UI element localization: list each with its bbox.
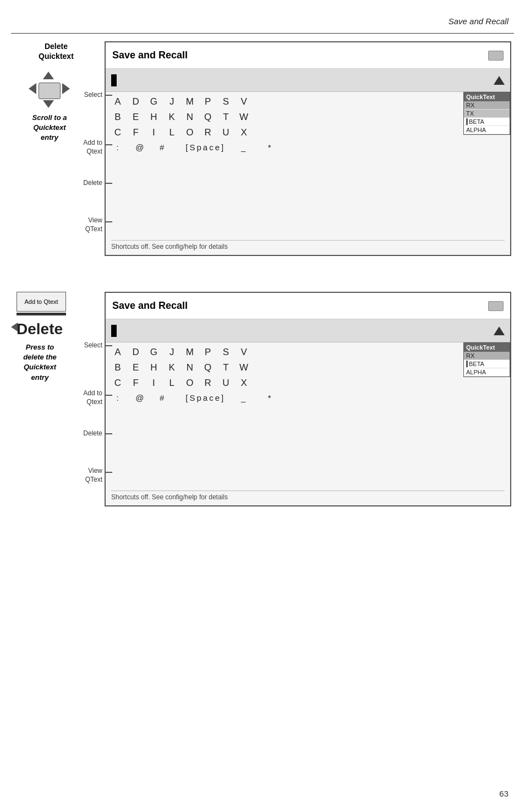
- kb2-key-Q[interactable]: Q: [201, 362, 216, 373]
- kb-key-J-1[interactable]: J: [165, 96, 179, 107]
- status-bar-2: Shortcuts off. See config/help for detai…: [111, 491, 505, 501]
- quicktext-dropdown-2: QuickText RX BETA ALPHA: [463, 342, 510, 377]
- kb-key-underscore-1[interactable]: _: [237, 143, 251, 152]
- quicktext2-item-alpha[interactable]: ALPHA: [464, 368, 510, 377]
- softkey-label-viewqtext-2: ViewQText: [57, 467, 102, 484]
- kb-key-C-1[interactable]: C: [111, 127, 125, 138]
- kb-key-colon-1[interactable]: :: [111, 143, 125, 152]
- softkey-label-delete-2: Delete: [57, 429, 102, 437]
- kb-key-V-1[interactable]: V: [237, 96, 251, 107]
- softkey-label-addqtext-1: Add toQtext: [57, 139, 102, 156]
- kb-key-R-1[interactable]: R: [201, 127, 216, 138]
- kb-key-O-1[interactable]: O: [183, 127, 198, 138]
- kb2-key-underscore[interactable]: _: [237, 393, 251, 402]
- header-title: Save and Recall: [449, 17, 508, 26]
- kb-key-hash-1[interactable]: #: [156, 143, 170, 152]
- delete-label-text: Delete: [17, 320, 63, 337]
- kb2-key-hash[interactable]: #: [156, 393, 170, 402]
- kb2-key-space[interactable]: [Space]: [185, 393, 225, 402]
- kb2-key-J[interactable]: J: [165, 347, 179, 358]
- softkey-label-viewqtext-1: ViewQText: [57, 216, 102, 233]
- kb-key-X-1[interactable]: X: [237, 127, 251, 138]
- kb2-key-O[interactable]: O: [183, 378, 198, 389]
- panel-scroll-indicator-1: [488, 51, 504, 61]
- kb-key-I-1[interactable]: I: [147, 127, 161, 138]
- add-qtext-underline: [17, 313, 66, 315]
- kb-key-T-1[interactable]: T: [219, 112, 233, 123]
- kb-key-A-1[interactable]: A: [111, 96, 125, 107]
- quicktext-item-beta-1[interactable]: BETA: [464, 118, 510, 126]
- dpad-up-arrow[interactable]: [43, 72, 54, 79]
- kb-key-Q-1[interactable]: Q: [201, 112, 216, 123]
- quicktext2-item-rx[interactable]: RX: [464, 352, 510, 360]
- kb-key-U-1[interactable]: U: [219, 127, 233, 138]
- kb-row-2-2: B E H K N Q T W: [111, 362, 505, 373]
- delete-large-label: Delete: [17, 320, 63, 338]
- kb2-key-at[interactable]: @: [133, 393, 147, 402]
- kb2-key-U[interactable]: U: [219, 378, 233, 389]
- kb-row-4-2: : @ # [Space] _ *: [111, 393, 505, 402]
- kb2-key-I[interactable]: I: [147, 378, 161, 389]
- kb2-key-C[interactable]: C: [111, 378, 125, 389]
- kb-key-N-1[interactable]: N: [183, 112, 198, 123]
- input-cursor-1: [111, 74, 117, 86]
- kb-key-space-1[interactable]: [Space]: [185, 143, 225, 152]
- kb-key-P-1[interactable]: P: [201, 96, 216, 107]
- kb-key-F-1[interactable]: F: [129, 127, 144, 138]
- add-qtext-label: Add to Qtext: [24, 298, 58, 306]
- kb2-key-B[interactable]: B: [111, 362, 125, 373]
- kb2-key-A[interactable]: A: [111, 347, 125, 358]
- kb-key-star-1[interactable]: *: [263, 143, 277, 152]
- kb2-key-D[interactable]: D: [129, 347, 144, 358]
- panel-title-bar-2: Save and Recall: [106, 293, 510, 319]
- kb-key-W-1[interactable]: W: [237, 112, 251, 123]
- status-text-1: Shortcuts off. See config/help for detai…: [111, 243, 228, 250]
- quicktext-item-alpha-1[interactable]: ALPHA: [464, 126, 510, 134]
- quicktext-item-rx-1[interactable]: RX: [464, 101, 510, 110]
- kb-row-1-2: A D G J M P S V: [111, 347, 505, 358]
- kb-key-H-1[interactable]: H: [147, 112, 161, 123]
- page-header: Save and Recall: [449, 17, 508, 26]
- add-qtext-box[interactable]: Add to Qtext: [17, 292, 66, 312]
- arrow-indicator: [11, 323, 18, 331]
- dpad-down-arrow[interactable]: [43, 100, 54, 108]
- kb2-key-M[interactable]: M: [183, 347, 198, 358]
- kb2-key-W[interactable]: W: [237, 362, 251, 373]
- kb2-key-H[interactable]: H: [147, 362, 161, 373]
- kb2-key-colon[interactable]: :: [111, 393, 125, 402]
- kb-key-E-1[interactable]: E: [129, 112, 144, 123]
- main-panel-2: Save and Recall Select Add toQtext Delet…: [105, 292, 511, 506]
- kb2-key-star[interactable]: *: [263, 393, 277, 402]
- softkey-line-viewqtext-1: [106, 221, 112, 222]
- quicktext-item-tx-1[interactable]: TX: [464, 110, 510, 118]
- quicktext-header-2: QuickText: [464, 343, 510, 352]
- kb-key-K-1[interactable]: K: [165, 112, 179, 123]
- top-rule: [11, 33, 514, 34]
- kb2-key-E[interactable]: E: [129, 362, 144, 373]
- kb2-key-F[interactable]: F: [129, 378, 144, 389]
- kb2-key-V[interactable]: V: [237, 347, 251, 358]
- kb2-key-G[interactable]: G: [147, 347, 161, 358]
- kb-row-1-1: A D G J M P S V: [111, 96, 505, 107]
- kb-key-S-1[interactable]: S: [219, 96, 233, 107]
- kb2-key-P[interactable]: P: [201, 347, 216, 358]
- kb-key-at-1[interactable]: @: [133, 143, 147, 152]
- kb2-key-R[interactable]: R: [201, 378, 216, 389]
- dpad-left-arrow[interactable]: [29, 83, 36, 94]
- kb-key-M-1[interactable]: M: [183, 96, 198, 107]
- input-row-2: [106, 319, 510, 342]
- kb2-key-K[interactable]: K: [165, 362, 179, 373]
- kb-key-B-1[interactable]: B: [111, 112, 125, 123]
- status-text-2: Shortcuts off. See config/help for detai…: [111, 493, 228, 501]
- kb-key-G-1[interactable]: G: [147, 96, 161, 107]
- quicktext2-item-beta[interactable]: BETA: [464, 360, 510, 368]
- softkey-label-select-1: Select: [57, 91, 102, 99]
- kb2-key-N[interactable]: N: [183, 362, 198, 373]
- page-number: 63: [499, 789, 508, 798]
- kb2-key-L[interactable]: L: [165, 378, 179, 389]
- kb2-key-T[interactable]: T: [219, 362, 233, 373]
- kb-key-D-1[interactable]: D: [129, 96, 144, 107]
- kb2-key-X[interactable]: X: [237, 378, 251, 389]
- kb-key-L-1[interactable]: L: [165, 127, 179, 138]
- kb2-key-S[interactable]: S: [219, 347, 233, 358]
